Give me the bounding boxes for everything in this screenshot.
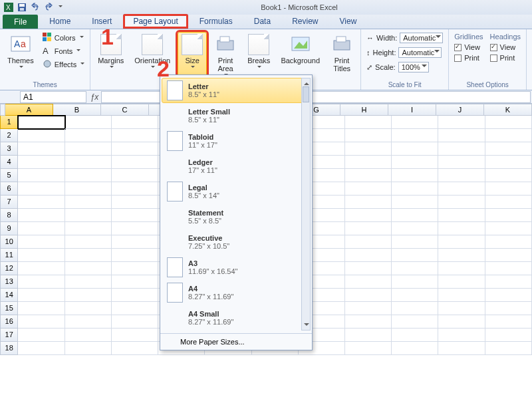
size-option-tabloid[interactable]: Tabloid11" x 17" <box>162 128 311 154</box>
cell-B2[interactable] <box>65 129 112 142</box>
tab-review[interactable]: Review <box>282 14 328 29</box>
col-header-A[interactable]: A <box>5 104 53 116</box>
redo-icon[interactable] <box>44 3 53 12</box>
gridlines-print-check[interactable] <box>454 55 462 62</box>
cell-A8[interactable] <box>18 209 65 222</box>
themes-button[interactable]: Aa Themes <box>4 32 37 80</box>
cell-I10[interactable] <box>392 235 438 249</box>
cell-I5[interactable] <box>392 169 438 182</box>
tab-file[interactable]: File <box>3 15 38 29</box>
cell-J18[interactable] <box>438 342 485 355</box>
col-header-J[interactable]: J <box>436 104 484 116</box>
row-header-7[interactable]: 7 <box>0 196 18 209</box>
cell-A3[interactable] <box>18 142 65 156</box>
col-header-K[interactable]: K <box>484 104 532 116</box>
save-icon[interactable] <box>17 3 27 12</box>
row-header-15[interactable]: 15 <box>0 302 18 315</box>
cell-I7[interactable] <box>392 196 438 209</box>
cell-K10[interactable] <box>485 235 532 249</box>
cell-A16[interactable] <box>18 315 65 329</box>
cell-K3[interactable] <box>485 142 532 156</box>
cell-A9[interactable] <box>18 222 65 235</box>
size-option-statement[interactable]: Statement5.5" x 8.5" <box>162 204 311 229</box>
size-option-a3[interactable]: A311.69" x 16.54" <box>162 255 311 280</box>
cell-H6[interactable] <box>345 182 392 196</box>
row-header-12[interactable]: 12 <box>0 262 18 275</box>
cell-J1[interactable] <box>438 116 485 129</box>
cell-J13[interactable] <box>438 275 485 289</box>
cell-H3[interactable] <box>345 142 392 156</box>
row-header-11[interactable]: 11 <box>0 249 18 262</box>
cell-A5[interactable] <box>18 169 65 182</box>
row-header-18[interactable]: 18 <box>0 342 18 355</box>
orientation-button[interactable]: Orientation <box>131 32 174 80</box>
row-header-13[interactable]: 13 <box>0 275 18 289</box>
size-button[interactable]: Size <box>178 32 207 80</box>
cell-K4[interactable] <box>485 156 532 169</box>
cell-I1[interactable] <box>392 116 438 129</box>
col-header-C[interactable]: C <box>101 104 149 116</box>
cell-K5[interactable] <box>485 169 532 182</box>
qat-more-icon[interactable] <box>59 5 63 9</box>
cell-I12[interactable] <box>392 262 438 275</box>
cell-C2[interactable] <box>112 129 158 142</box>
cell-A13[interactable] <box>18 275 65 289</box>
cell-I17[interactable] <box>392 329 438 342</box>
cell-J12[interactable] <box>438 262 485 275</box>
cell-I11[interactable] <box>392 249 438 262</box>
cell-K14[interactable] <box>485 289 532 302</box>
cell-H12[interactable] <box>345 262 392 275</box>
cell-A15[interactable] <box>18 302 65 315</box>
row-header-9[interactable]: 9 <box>0 222 18 235</box>
cell-J4[interactable] <box>438 156 485 169</box>
cell-K7[interactable] <box>485 196 532 209</box>
scale-value[interactable]: 100% <box>398 62 429 72</box>
cell-K12[interactable] <box>485 262 532 275</box>
height-value[interactable]: Automatic <box>398 47 442 58</box>
cell-K16[interactable] <box>485 315 532 329</box>
cell-B16[interactable] <box>65 315 112 329</box>
cell-J11[interactable] <box>438 249 485 262</box>
cell-C16[interactable] <box>112 315 158 329</box>
cell-H8[interactable] <box>345 209 392 222</box>
cell-C14[interactable] <box>112 289 158 302</box>
cell-C1[interactable] <box>112 116 158 129</box>
size-option-legal[interactable]: Legal8.5" x 14" <box>162 179 311 204</box>
cell-K6[interactable] <box>485 182 532 196</box>
cell-C8[interactable] <box>112 209 158 222</box>
cell-K15[interactable] <box>485 302 532 315</box>
cell-K8[interactable] <box>485 209 532 222</box>
cell-A12[interactable] <box>18 262 65 275</box>
cell-C12[interactable] <box>112 262 158 275</box>
scrollbar-thumb[interactable] <box>303 86 309 102</box>
col-header-B[interactable]: B <box>53 104 101 116</box>
cell-I3[interactable] <box>392 142 438 156</box>
cell-H10[interactable] <box>345 235 392 249</box>
cell-J15[interactable] <box>438 302 485 315</box>
cell-J8[interactable] <box>438 209 485 222</box>
cell-A2[interactable] <box>18 129 65 142</box>
cell-A1[interactable] <box>18 116 65 129</box>
tab-insert[interactable]: Insert <box>82 14 122 29</box>
cell-C17[interactable] <box>112 329 158 342</box>
size-option-executive[interactable]: Executive7.25" x 10.5" <box>162 229 311 255</box>
cell-J7[interactable] <box>438 196 485 209</box>
cell-I8[interactable] <box>392 209 438 222</box>
cell-C6[interactable] <box>112 182 158 196</box>
cell-B9[interactable] <box>65 222 112 235</box>
size-option-letter-small[interactable]: Letter Small8.5" x 11" <box>162 103 311 128</box>
name-box[interactable]: A1 <box>20 91 86 103</box>
cell-A18[interactable] <box>18 342 65 355</box>
cell-H18[interactable] <box>345 342 392 355</box>
size-option-ledger[interactable]: Ledger17" x 11" <box>162 154 311 179</box>
cell-B8[interactable] <box>65 209 112 222</box>
cell-C4[interactable] <box>112 156 158 169</box>
fonts-button[interactable]: A Fonts <box>41 45 86 57</box>
effects-button[interactable]: Effects <box>41 59 86 70</box>
size-scrollbar[interactable] <box>301 78 311 331</box>
tab-page-layout[interactable]: Page Layout <box>123 14 188 29</box>
cell-H14[interactable] <box>345 289 392 302</box>
row-header-6[interactable]: 6 <box>0 182 18 196</box>
cell-B11[interactable] <box>65 249 112 262</box>
cell-B1[interactable] <box>65 116 112 129</box>
